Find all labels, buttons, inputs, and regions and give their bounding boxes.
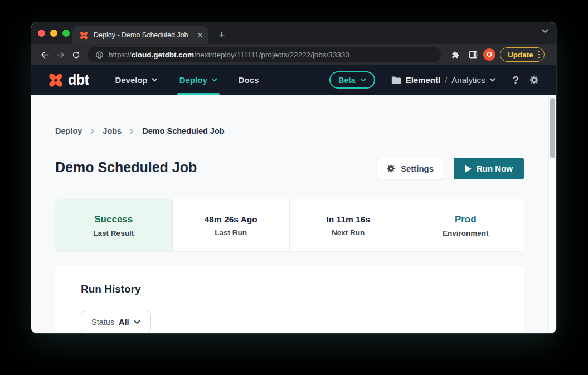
back-icon[interactable] — [37, 47, 52, 62]
stat-value: Prod — [455, 214, 477, 225]
stat-label: Next Run — [332, 228, 365, 237]
run-history-card: Run History Status All — [55, 266, 524, 333]
project-name: Analytics — [451, 75, 485, 85]
help-icon[interactable]: ? — [512, 74, 519, 86]
run-now-button[interactable]: Run Now — [454, 158, 524, 179]
tab-search-chevron-icon[interactable] — [542, 29, 548, 33]
stat-label: Last Result — [93, 229, 134, 237]
stat-value: In 11m 16s — [327, 215, 370, 225]
nav-item-deploy[interactable]: Deploy — [179, 65, 217, 95]
reload-icon[interactable] — [68, 47, 84, 62]
browser-toolbar: https://cloud.getdbt.com/next/deploy/111… — [31, 44, 556, 65]
side-panel-icon[interactable] — [465, 47, 481, 62]
account-name: Elementl — [406, 75, 441, 85]
breadcrumb-current: Demo Scheduled Job — [142, 126, 224, 135]
browser-window: Deploy - Demo Scheduled Job ✕ + https://… — [31, 22, 556, 333]
stat-label: Last Run — [215, 228, 247, 237]
account-project-separator: / — [445, 75, 447, 85]
browser-tab[interactable]: Deploy - Demo Scheduled Job ✕ — [72, 26, 208, 44]
profile-avatar[interactable]: O — [483, 48, 495, 61]
breadcrumb-deploy[interactable]: Deploy — [55, 126, 82, 135]
close-window-button[interactable] — [38, 30, 45, 37]
page-content: Deploy Jobs Demo Scheduled Job Demo Sche… — [31, 95, 556, 333]
url-host: cloud.getdbt.com — [132, 51, 195, 59]
window-controls — [38, 30, 70, 37]
breadcrumb: Deploy Jobs Demo Scheduled Job — [55, 126, 225, 135]
play-icon — [465, 165, 472, 173]
dbt-favicon-icon — [79, 31, 89, 40]
status-filter-dropdown[interactable]: Status All — [81, 311, 151, 333]
chevron-down-icon — [489, 78, 495, 82]
status-filter-value: All — [119, 318, 129, 327]
scrollbar-thumb[interactable] — [550, 98, 555, 158]
beta-dropdown[interactable]: Beta — [329, 71, 375, 89]
address-bar[interactable]: https://cloud.getdbt.com/next/deploy/111… — [88, 47, 441, 62]
run-now-button-label: Run Now — [477, 164, 513, 173]
stat-environment: Prod Environment — [407, 199, 524, 251]
new-tab-button[interactable]: + — [215, 29, 229, 42]
nav-item-label: Docs — [239, 75, 259, 85]
job-stats-row: Success Last Result 48m 26s Ago Last Run… — [55, 199, 524, 251]
extensions-puzzle-icon[interactable] — [448, 47, 463, 62]
beta-label: Beta — [338, 76, 355, 85]
settings-button-label: Settings — [401, 164, 434, 173]
settings-gear-icon[interactable] — [529, 75, 540, 85]
forward-icon[interactable] — [52, 47, 68, 62]
tab-close-icon[interactable]: ✕ — [197, 31, 203, 39]
settings-button[interactable]: Settings — [377, 158, 443, 179]
status-filter-label: Status — [91, 318, 114, 327]
dbt-navbar: dbt Develop Deploy Docs Beta Elementl / … — [31, 65, 556, 95]
nav-item-develop[interactable]: Develop — [115, 65, 157, 95]
url-text: https://cloud.getdbt.com/next/deploy/111… — [109, 51, 349, 59]
tab-title: Deploy - Demo Scheduled Job — [94, 31, 193, 39]
toolbar-right-icons: O — [448, 47, 495, 62]
project-switcher[interactable]: Elementl / Analytics — [391, 75, 496, 85]
gear-icon — [386, 164, 396, 173]
stat-next-run: In 11m 16s Next Run — [290, 199, 407, 251]
tab-strip: Deploy - Demo Scheduled Job ✕ + — [31, 22, 556, 44]
dbt-brand-word: dbt — [68, 72, 89, 88]
page-title: Demo Scheduled Job — [55, 159, 197, 176]
stat-value: 48m 26s Ago — [205, 215, 257, 225]
dbt-logo-icon — [47, 72, 64, 89]
chevron-down-icon — [134, 320, 140, 324]
nav-item-label: Deploy — [179, 75, 207, 85]
url-scheme: https:// — [109, 51, 132, 59]
folder-icon — [391, 76, 401, 85]
stat-label: Environment — [443, 229, 489, 237]
stat-last-run: 48m 26s Ago Last Run — [173, 199, 290, 251]
breadcrumb-jobs[interactable]: Jobs — [103, 126, 122, 135]
browser-update-button[interactable]: Update — [500, 47, 545, 62]
nav-item-label: Develop — [115, 75, 147, 85]
stat-value: Success — [94, 214, 133, 225]
minimize-window-button[interactable] — [50, 30, 57, 37]
run-history-title: Run History — [81, 283, 141, 295]
url-path: /next/deploy/111111/projects/22222/jobs/… — [194, 51, 349, 59]
browser-menu-kebab-icon[interactable] — [538, 51, 540, 59]
scrollbar-track[interactable] — [548, 95, 556, 333]
nav-item-docs[interactable]: Docs — [239, 65, 259, 95]
breadcrumb-chevron-icon — [90, 128, 94, 134]
site-info-globe-icon[interactable] — [95, 51, 104, 59]
update-label: Update — [508, 51, 533, 59]
stat-last-result: Success Last Result — [55, 199, 173, 251]
zoom-window-button[interactable] — [62, 30, 70, 37]
breadcrumb-chevron-icon — [130, 128, 134, 134]
dbt-logo[interactable]: dbt — [47, 72, 89, 89]
